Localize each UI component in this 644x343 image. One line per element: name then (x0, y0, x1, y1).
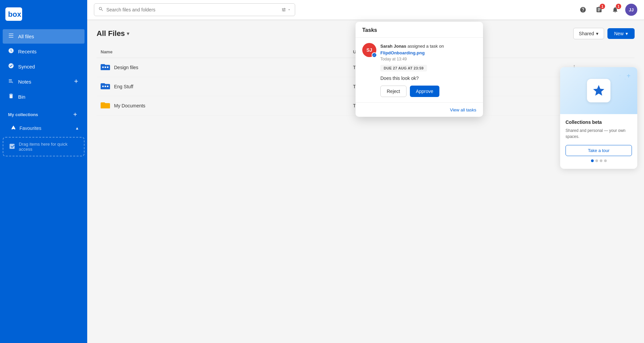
page-title-text: All Files (97, 29, 125, 38)
drag-area-text: Drag items here for quick access (19, 142, 78, 152)
all-files-icon (8, 33, 14, 40)
search-box[interactable] (94, 3, 295, 16)
search-filter-button[interactable] (281, 7, 291, 12)
folder-team-icon (101, 82, 110, 91)
file-name: My Documents (114, 103, 145, 108)
user-avatar-button[interactable]: JJ (625, 4, 637, 16)
notifications-badge: 1 (616, 4, 621, 9)
approve-button[interactable]: Approve (410, 86, 439, 97)
promo-dots (566, 159, 632, 163)
drag-area-icon (9, 143, 15, 151)
task-item: SJ Sarah Jonas assigned a task on FlipdO… (356, 38, 483, 102)
tasks-popup: Tasks SJ Sarah Jonas assigned a task on … (356, 22, 483, 117)
dot-1 (591, 159, 594, 162)
task-item-header: SJ Sarah Jonas assigned a task on FlipdO… (362, 43, 476, 97)
task-question: Does this look ok? (380, 76, 476, 81)
file-name: Eng Stuff (114, 84, 133, 89)
sidebar-item-notes[interactable]: Notes (3, 75, 85, 89)
svg-point-4 (107, 66, 109, 68)
bin-icon (8, 93, 14, 101)
shared-button[interactable]: Shared ▾ (573, 28, 604, 39)
task-action: assigned a task on (408, 44, 444, 49)
task-assignee: Sarah Jonas (380, 44, 406, 49)
decoration-dot2: · (625, 77, 626, 81)
task-text: Sarah Jonas assigned a task on FlipdOnbo… (380, 43, 476, 56)
dot-3 (600, 159, 602, 162)
add-collection-button[interactable]: + (71, 110, 79, 118)
sidebar-item-recents[interactable]: Recents (3, 44, 85, 59)
file-name-cell: Eng Stuff (101, 82, 345, 91)
notes-add-btn[interactable] (73, 78, 79, 85)
task-time: Today at 13:49 (380, 57, 476, 61)
sidebar-item-notes-label: Notes (18, 79, 31, 85)
task-actions: Reject Approve (380, 86, 476, 97)
notifications-button[interactable]: 1 (609, 4, 621, 16)
header-actions: Shared ▾ New ▾ (573, 28, 635, 39)
tasks-popup-title: Tasks (362, 27, 377, 33)
svg-point-6 (105, 86, 106, 87)
promo-title: Collections beta (566, 119, 632, 125)
my-collections-section: My collections + (3, 107, 85, 122)
new-button-label: New (614, 31, 624, 36)
promo-card-body: Collections beta Shared and personal — y… (560, 114, 637, 145)
task-avatar-badge (372, 52, 377, 58)
file-name: Design files (114, 65, 138, 70)
decoration-dot1: · (620, 74, 621, 78)
svg-point-2 (102, 66, 104, 68)
sidebar-item-bin-label: Bin (18, 94, 25, 100)
help-button[interactable] (577, 4, 589, 16)
sidebar-item-all-files-label: All files (18, 34, 34, 39)
favourites-arrow-icon: ▲ (75, 126, 79, 131)
task-content: Sarah Jonas assigned a task on FlipdOnbo… (380, 43, 476, 97)
tasks-button[interactable]: 1 (593, 4, 605, 16)
col-actions-header (567, 46, 635, 58)
col-name-header: Name (97, 46, 349, 58)
shared-button-label: Shared (579, 31, 594, 36)
sidebar-item-all-files[interactable]: All files (3, 29, 85, 44)
tasks-badge: 1 (600, 4, 605, 9)
svg-point-7 (107, 86, 109, 87)
avatar-initials: JJ (629, 7, 634, 12)
sidebar: box All files Recents Synced Notes Bin (0, 0, 87, 343)
recents-icon (8, 48, 14, 55)
page-title: All Files ▾ (97, 29, 129, 38)
search-icon (98, 6, 104, 13)
sidebar-item-synced[interactable]: Synced (3, 59, 85, 74)
file-name-cell: My Documents (101, 101, 345, 110)
sidebar-item-favourites-label: Favourites (19, 126, 41, 131)
drag-area: Drag items here for quick access (3, 137, 85, 156)
task-due: DUE 27 AUG AT 23:59 (380, 65, 427, 71)
synced-icon (8, 63, 14, 70)
favourites-icon (11, 125, 16, 131)
promo-card: ✕ + · · Collections beta Shared and pers… (560, 67, 637, 169)
file-name-cell: Design files (101, 63, 345, 72)
take-tour-button[interactable]: Take a tour (566, 145, 632, 156)
new-button-chevron-icon: ▾ (626, 31, 628, 36)
view-all-tasks-link[interactable]: View all tasks (450, 107, 476, 112)
dot-2 (595, 159, 598, 162)
sidebar-logo: box (0, 4, 87, 29)
sidebar-item-synced-label: Synced (18, 64, 35, 69)
notes-icon (8, 78, 14, 86)
svg-point-3 (105, 66, 106, 68)
my-collections-label: My collections (8, 112, 38, 117)
svg-text:box: box (8, 10, 21, 18)
topbar: 1 1 JJ (87, 0, 644, 20)
star-icon (587, 79, 610, 102)
sidebar-item-favourites[interactable]: Favourites ▲ (3, 122, 85, 134)
promo-card-visual: + · · (560, 67, 637, 114)
dot-4 (604, 159, 607, 162)
folder-team-icon (101, 63, 110, 72)
new-button[interactable]: New ▾ (607, 28, 635, 39)
sidebar-item-bin[interactable]: Bin (3, 90, 85, 104)
tasks-popup-footer: View all tasks (356, 102, 483, 117)
shared-chevron-icon: ▾ (596, 31, 598, 36)
folder-personal-icon (101, 101, 110, 110)
page-title-chevron-icon[interactable]: ▾ (127, 31, 129, 36)
sidebar-item-recents-label: Recents (18, 49, 37, 54)
search-input[interactable] (106, 7, 279, 12)
promo-description: Shared and personal — your own spaces. (566, 128, 632, 140)
task-filename: FlipdOnboarding.png (380, 50, 425, 55)
promo-card-footer: Take a tour (560, 145, 637, 169)
reject-button[interactable]: Reject (380, 86, 407, 97)
